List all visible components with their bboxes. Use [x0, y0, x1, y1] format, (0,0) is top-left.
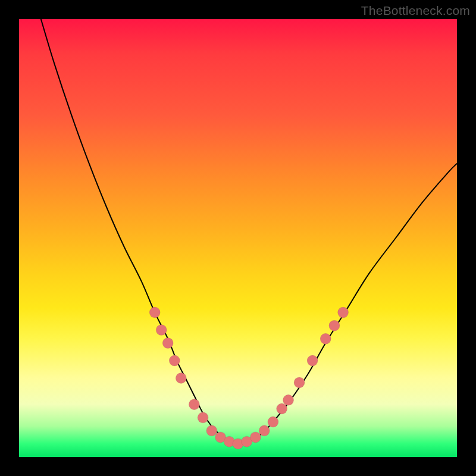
data-dot: [283, 394, 294, 405]
chart-plot-area: [19, 19, 457, 457]
data-dot: [169, 355, 180, 366]
data-dot: [149, 307, 160, 318]
data-dot: [329, 320, 340, 331]
data-dot: [176, 373, 186, 384]
data-dot: [162, 338, 173, 349]
data-dot: [338, 307, 349, 318]
data-dot: [250, 432, 261, 443]
data-dot: [156, 325, 167, 336]
data-dot: [277, 403, 287, 414]
data-dot: [206, 425, 217, 436]
data-dot: [189, 399, 199, 410]
data-dots-group: [149, 307, 348, 449]
data-dot: [307, 355, 318, 366]
watermark-text: TheBottleneck.com: [361, 4, 470, 18]
chart-frame: TheBottleneck.com: [0, 0, 476, 476]
data-dot: [198, 412, 208, 423]
data-dot: [268, 416, 278, 427]
bottleneck-curve-line: [41, 19, 457, 444]
chart-svg: [19, 19, 457, 457]
data-dot: [320, 333, 331, 344]
data-dot: [294, 377, 305, 388]
data-dot: [259, 425, 270, 436]
